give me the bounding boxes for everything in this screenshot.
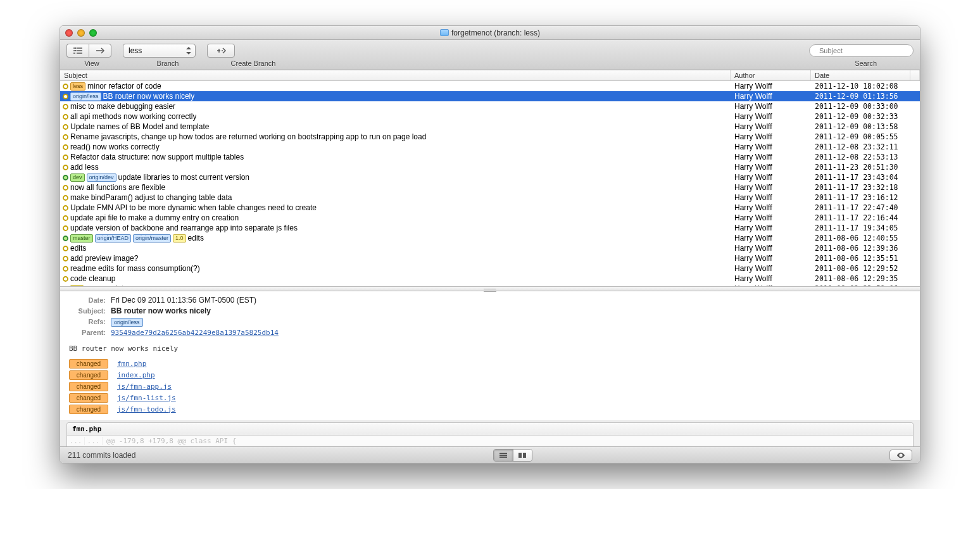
status-text: 211 commits loaded: [68, 451, 135, 460]
file-link[interactable]: fmn.php: [117, 360, 146, 368]
commit-node-icon: [62, 144, 69, 151]
commit-node-icon: [62, 154, 69, 161]
table-row[interactable]: add lessHarry Wolff2011-11-23 20:51:30: [60, 162, 920, 172]
zoom-icon[interactable]: [89, 29, 97, 37]
commit-author: Harry Wolff: [731, 234, 811, 243]
commit-author: Harry Wolff: [731, 112, 811, 121]
commit-subject: readme edits for mass consumption(?): [70, 264, 200, 273]
svg-point-12: [63, 186, 68, 190]
file-link[interactable]: js/fmn-list.js: [117, 394, 176, 402]
ref-badge: origin/dev: [87, 173, 116, 182]
table-row[interactable]: readme edits for mass consumption(?)Harr…: [60, 263, 920, 274]
commit-subject: Update names of BB Model and template: [70, 122, 209, 131]
statusbar: 211 commits loaded: [60, 446, 920, 463]
commit-date: 2011-12-09 01:13:56: [811, 92, 910, 101]
file-link[interactable]: js/fmn-todo.js: [117, 405, 176, 413]
svg-point-16: [63, 226, 68, 230]
table-row[interactable]: Refactor data structure: now support mul…: [60, 152, 920, 162]
branch-select-value: less: [129, 46, 142, 55]
detail-parent-label: Parent:: [69, 327, 106, 338]
commit-author: Harry Wolff: [731, 254, 811, 263]
commit-author: Harry Wolff: [731, 163, 811, 172]
file-status-badge: changed: [69, 405, 108, 414]
commit-list[interactable]: lessminor refactor of codeHarry Wolff201…: [60, 81, 920, 286]
branch-select[interactable]: less: [123, 44, 196, 58]
commit-author: Harry Wolff: [731, 203, 811, 212]
detail-subject-value: BB router now works nicely: [111, 306, 211, 317]
commit-subject: edits: [188, 234, 204, 243]
table-row[interactable]: masterorigin/HEADorigin/master1.0editsHa…: [60, 233, 920, 243]
table-row[interactable]: editsHarry Wolff2011-08-06 12:39:36: [60, 243, 920, 253]
commit-date: 2011-11-17 19:34:05: [811, 224, 910, 232]
commit-subject: now all functions are flexible: [70, 183, 165, 192]
detail-parent-link[interactable]: 93549ade79d2a6256ab42249e8a1397a5825db14: [111, 329, 279, 337]
column-author[interactable]: Author: [731, 70, 811, 80]
table-row[interactable]: origin/lessBB router now works nicelyHar…: [60, 91, 920, 101]
commit-node-icon: [62, 103, 69, 110]
diff-filename[interactable]: fmn.php: [67, 423, 913, 436]
table-row[interactable]: all api methods now working correctlyHar…: [60, 111, 920, 122]
commit-node-icon: [62, 215, 69, 222]
quicklook-button[interactable]: [889, 450, 912, 461]
commit-subject: code cleanup: [70, 274, 115, 283]
search-input[interactable]: [818, 46, 908, 55]
minimize-icon[interactable]: [77, 29, 85, 37]
table-row[interactable]: Rename javascripts, change up how todos …: [60, 132, 920, 142]
view-list-button[interactable]: [89, 44, 111, 58]
column-headers: Subject Author Date: [60, 70, 920, 81]
table-row[interactable]: update version of backbone and rearrange…: [60, 223, 920, 233]
close-icon[interactable]: [65, 29, 73, 37]
table-row[interactable]: read() now works correctlyHarry Wolff201…: [60, 142, 920, 152]
commit-node-icon: [62, 184, 69, 191]
commit-author: Harry Wolff: [731, 224, 811, 232]
commit-node-icon: [62, 235, 69, 242]
table-row[interactable]: add preview image?Harry Wolff2011-08-06 …: [60, 253, 920, 263]
commit-subject: update api file to make a dummy entry on…: [70, 213, 239, 222]
table-row[interactable]: make bindParam() adjust to changing tabl…: [60, 192, 920, 203]
table-row[interactable]: devorigin/devupdate libraries to most cu…: [60, 172, 920, 182]
table-row[interactable]: code cleanupHarry Wolff2011-08-06 12:29:…: [60, 274, 920, 284]
commit-node-icon: [62, 275, 69, 282]
file-row: changedindex.php: [69, 369, 911, 381]
column-subject[interactable]: Subject: [60, 70, 731, 80]
detail-ref-badge: origin/less: [111, 318, 143, 327]
table-row[interactable]: Update names of BB Model and templateHar…: [60, 122, 920, 132]
table-row[interactable]: lessminor refactor of codeHarry Wolff201…: [60, 81, 920, 91]
svg-rect-27: [523, 453, 526, 458]
svg-point-9: [63, 155, 68, 160]
file-link[interactable]: js/fmn-app.js: [117, 382, 172, 391]
create-branch-button[interactable]: [207, 44, 235, 58]
diff-view-unified-button[interactable]: [494, 450, 513, 461]
svg-point-4: [63, 104, 68, 109]
svg-rect-23: [499, 453, 507, 454]
diff-view-toggle: [493, 449, 532, 462]
ref-badge: master: [70, 234, 93, 243]
ref-badge: 1.0: [173, 234, 186, 243]
commit-subject: Rename javascripts, change up how todos …: [70, 132, 426, 141]
commit-date: 2011-08-06 12:35:51: [811, 254, 910, 263]
file-link[interactable]: index.php: [117, 371, 155, 379]
commit-date: 2011-11-17 22:47:40: [811, 203, 910, 212]
view-label: View: [66, 60, 117, 67]
diff-view-split-button[interactable]: [513, 450, 532, 461]
search-field[interactable]: [809, 44, 914, 57]
column-date[interactable]: Date: [811, 70, 910, 80]
svg-point-15: [63, 216, 68, 220]
commit-date: 2011-08-06 12:39:36: [811, 244, 910, 253]
table-row[interactable]: misc to make debugging easierHarry Wolff…: [60, 101, 920, 111]
commit-date: 2011-12-10 18:02:08: [811, 82, 910, 91]
commit-node-icon: [62, 245, 69, 252]
commit-date: 2011-12-09 00:33:00: [811, 102, 910, 111]
table-row[interactable]: update api file to make a dummy entry on…: [60, 213, 920, 223]
svg-rect-25: [499, 457, 507, 458]
commit-date: 2011-11-17 23:16:12: [811, 193, 910, 202]
commit-node-icon: [62, 93, 69, 100]
splitter-handle[interactable]: [60, 286, 920, 291]
table-row[interactable]: now all functions are flexibleHarry Wolf…: [60, 182, 920, 192]
view-tree-button[interactable]: [66, 44, 89, 58]
search-icon: [815, 47, 815, 54]
table-row[interactable]: Update FMN API to be more dynamic when t…: [60, 203, 920, 213]
commit-author: Harry Wolff: [731, 264, 811, 273]
svg-point-6: [63, 125, 68, 129]
commit-node-icon: [62, 194, 69, 201]
